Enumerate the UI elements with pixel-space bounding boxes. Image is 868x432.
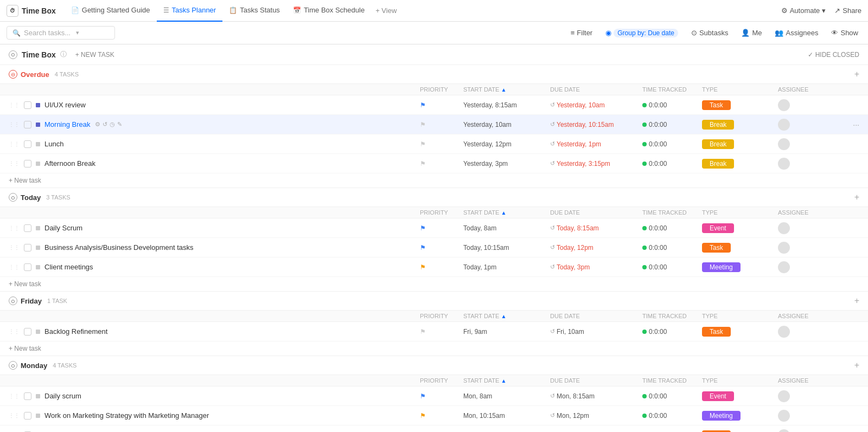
task-name-label[interactable]: Daily scrum — [44, 392, 81, 400]
drag-handle-icon[interactable]: ⋮⋮ — [9, 160, 20, 166]
section-toggle-friday[interactable]: ○ — [9, 296, 17, 305]
add-view-button[interactable]: + View — [371, 7, 401, 15]
col-start-date[interactable]: START DATE ▲ — [463, 377, 550, 384]
subtasks-button[interactable]: ⊙ Subtasks — [688, 27, 731, 38]
tab-timebox-schedule[interactable]: 📅 Time Box Schedule — [286, 0, 371, 22]
task-inline-actions[interactable]: ⚙↺◷✎ — [95, 121, 122, 128]
settings-icon[interactable]: ⚙ — [95, 121, 100, 128]
section-add-friday[interactable]: + — [854, 296, 859, 306]
task-checkbox[interactable] — [24, 263, 31, 271]
section-toggle-overdue[interactable]: ⊖ — [9, 70, 17, 79]
priority-flag-icon[interactable]: ⚑ — [420, 263, 426, 271]
avatar[interactable] — [778, 326, 790, 338]
group-by-button[interactable]: ◉ Group by: Due date — [602, 27, 681, 39]
drag-handle-icon[interactable]: ⋮⋮ — [9, 121, 20, 127]
assignees-button[interactable]: 👥 Assignees — [771, 27, 821, 38]
drag-handle-icon[interactable]: ⋮⋮ — [9, 244, 20, 250]
tab-tasks-planner[interactable]: ☰ Tasks Planner — [157, 0, 223, 22]
type-badge[interactable]: Task — [702, 327, 731, 337]
type-badge[interactable]: Break — [702, 139, 734, 149]
new-task-button[interactable]: + NEW TASK — [75, 51, 114, 59]
add-task-row[interactable]: + New task — [0, 341, 868, 356]
drag-handle-icon[interactable]: ⋮⋮ — [9, 102, 20, 108]
priority-flag-icon[interactable]: ⚑ — [420, 412, 426, 420]
task-checkbox[interactable] — [24, 412, 31, 420]
drag-handle-icon[interactable]: ⋮⋮ — [9, 141, 20, 147]
col-start-date[interactable]: START DATE ▲ — [463, 313, 550, 319]
task-name-label[interactable]: Backlog Refinement — [44, 327, 107, 336]
avatar[interactable] — [778, 429, 790, 433]
section-toggle-monday[interactable]: ○ — [9, 361, 17, 370]
drag-handle-icon[interactable]: ⋮⋮ — [9, 393, 20, 399]
type-badge[interactable]: Task — [702, 243, 731, 253]
section-add-overdue[interactable]: + — [854, 69, 859, 79]
share-button[interactable]: ↗ Share — [834, 7, 861, 15]
avatar[interactable] — [778, 138, 790, 150]
search-dropdown-icon[interactable]: ▾ — [76, 29, 79, 36]
repeat-icon[interactable]: ↺ — [103, 121, 107, 128]
avatar[interactable] — [778, 99, 790, 111]
type-badge[interactable]: Task — [702, 100, 731, 110]
type-badge[interactable]: Meeting — [702, 411, 741, 421]
automate-button[interactable]: ⚙ Automate ▾ — [777, 4, 831, 17]
priority-flag-icon[interactable]: ⚑ — [420, 121, 426, 128]
type-badge[interactable]: Event — [702, 223, 734, 233]
task-name-label[interactable]: Afternoon Break — [44, 159, 95, 167]
search-box[interactable]: 🔍 Search tasks... ▾ — [7, 26, 115, 40]
priority-flag-icon[interactable]: ⚑ — [420, 160, 426, 167]
priority-flag-icon[interactable]: ⚑ — [420, 328, 426, 336]
filter-button[interactable]: ≡ Filter — [567, 27, 596, 38]
type-badge[interactable]: Break — [702, 159, 734, 169]
avatar[interactable] — [778, 222, 790, 234]
task-checkbox[interactable] — [24, 392, 31, 400]
drag-handle-icon[interactable]: ⋮⋮ — [9, 225, 20, 231]
avatar[interactable] — [778, 158, 790, 170]
type-badge[interactable]: Event — [702, 391, 734, 401]
task-name-label[interactable]: Business Analysis/Business Development t… — [44, 243, 194, 252]
task-checkbox[interactable] — [24, 160, 31, 167]
task-checkbox[interactable] — [24, 328, 31, 336]
task-name-label[interactable]: Daily Scrum — [44, 224, 82, 232]
task-checkbox[interactable] — [24, 121, 31, 128]
task-checkbox[interactable] — [24, 140, 31, 148]
avatar[interactable] — [778, 119, 790, 131]
section-add-today[interactable]: + — [854, 192, 859, 202]
task-checkbox[interactable] — [24, 224, 31, 232]
add-task-row[interactable]: + New task — [0, 277, 868, 292]
add-task-row[interactable]: + New task — [0, 173, 868, 188]
section-toggle-today[interactable]: ○ — [9, 193, 17, 202]
type-badge[interactable]: Break — [702, 120, 734, 130]
priority-flag-icon[interactable]: ⚑ — [420, 392, 426, 400]
type-badge[interactable]: Task — [702, 430, 731, 433]
avatar[interactable] — [778, 261, 790, 273]
clock-icon[interactable]: ◷ — [110, 121, 115, 128]
show-button[interactable]: 👁 Show — [828, 27, 861, 38]
avatar[interactable] — [778, 410, 790, 422]
priority-flag-icon[interactable]: ⚑ — [420, 140, 426, 148]
edit-icon[interactable]: ✎ — [117, 121, 122, 128]
me-button[interactable]: 👤 Me — [738, 27, 765, 38]
hide-closed-button[interactable]: ✓ HIDE CLOSED — [808, 51, 859, 59]
task-name-label[interactable]: Work on Marketing Strategy with Marketin… — [44, 411, 209, 420]
priority-flag-icon[interactable]: ⚑ — [420, 224, 426, 232]
section-add-monday[interactable]: + — [854, 360, 859, 370]
avatar[interactable] — [778, 242, 790, 254]
task-name-label[interactable]: Morning Break — [44, 120, 91, 128]
app-logo[interactable]: ⏱ Time Box — [7, 5, 56, 17]
timebox-toggle[interactable]: ○ — [9, 50, 17, 59]
col-start-date[interactable]: START DATE ▲ — [463, 86, 550, 93]
tab-tasks-status[interactable]: 📋 Tasks Status — [222, 0, 286, 22]
row-options-button[interactable]: ··· — [843, 120, 859, 129]
priority-flag-icon[interactable]: ⚑ — [420, 101, 426, 109]
task-name-label[interactable]: Lunch — [44, 140, 63, 148]
avatar[interactable] — [778, 390, 790, 402]
timebox-info-icon[interactable]: ⓘ — [60, 50, 67, 59]
tab-getting-started[interactable]: 📄 Getting Started Guide — [65, 0, 157, 22]
drag-handle-icon[interactable]: ⋮⋮ — [9, 412, 20, 418]
task-name-label[interactable]: Client meetings — [44, 263, 93, 271]
type-badge[interactable]: Meeting — [702, 262, 741, 272]
task-name-label[interactable]: UI/UX review — [44, 101, 86, 109]
drag-handle-icon[interactable]: ⋮⋮ — [9, 328, 20, 334]
task-checkbox[interactable] — [24, 101, 31, 109]
drag-handle-icon[interactable]: ⋮⋮ — [9, 264, 20, 270]
